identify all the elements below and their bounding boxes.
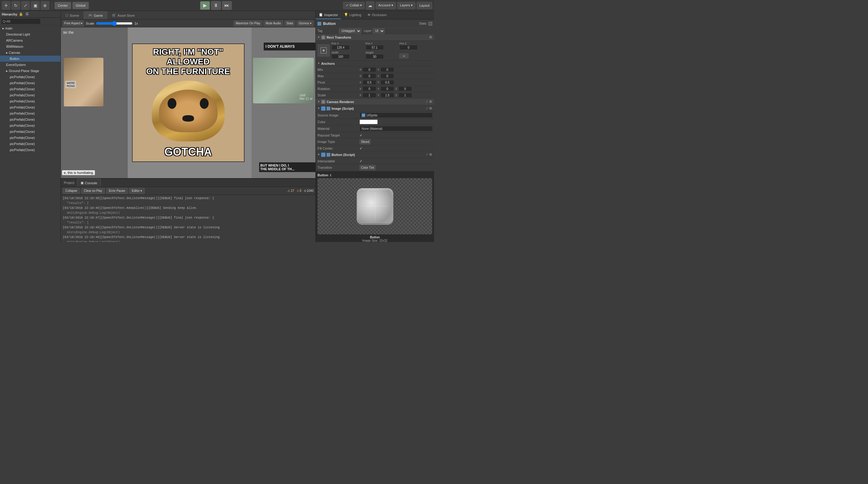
height-field[interactable] bbox=[366, 54, 384, 59]
canvas-renderer-expand[interactable]: ↗ bbox=[426, 100, 428, 103]
rot-y-field[interactable] bbox=[380, 86, 394, 91]
color-picker[interactable] bbox=[360, 120, 378, 124]
canvas-renderer-header[interactable]: ▼ ⊡ Canvas Renderer ↗ ⚙ bbox=[316, 98, 434, 105]
width-field[interactable] bbox=[332, 54, 350, 59]
fill-center-check[interactable]: ✓ bbox=[360, 146, 363, 151]
image-expand-icon[interactable]: ↗ bbox=[426, 107, 428, 110]
scale-y-field[interactable] bbox=[380, 93, 394, 98]
anchor-preset-btn[interactable] bbox=[317, 44, 330, 57]
move-tool-btn[interactable]: ✛ bbox=[2, 1, 10, 10]
layout-btn[interactable]: Layout bbox=[417, 2, 432, 9]
image-type-dropdown[interactable]: Sliced bbox=[360, 139, 371, 144]
scale-tool-btn[interactable]: ⤢ bbox=[21, 1, 30, 10]
hierarchy-item-ground-plane[interactable]: ▸ Ground Plane Stage bbox=[0, 68, 61, 74]
tab-project[interactable]: Project bbox=[61, 179, 77, 187]
pivot-y-field[interactable] bbox=[380, 80, 394, 85]
layers-btn[interactable]: Layers ▾ bbox=[397, 2, 415, 9]
account-btn[interactable]: Account ▾ bbox=[376, 2, 396, 9]
min-x-field[interactable] bbox=[363, 67, 376, 72]
scale-z-field[interactable] bbox=[398, 93, 412, 98]
cloud-btn[interactable]: ☁ bbox=[366, 1, 374, 10]
color-val[interactable] bbox=[358, 119, 434, 125]
hierarchy-menu-icon[interactable]: ☰ bbox=[25, 12, 30, 17]
hierarchy-item-main[interactable]: ▸ main bbox=[0, 25, 61, 31]
occlusion-tab[interactable]: 👁 Occlusion bbox=[364, 11, 390, 19]
hierarchy-item-ibmwatson[interactable]: IBMWatson bbox=[0, 43, 61, 50]
error-pause-btn[interactable]: Error Pause bbox=[106, 188, 128, 194]
scale-slider[interactable] bbox=[96, 21, 133, 26]
editor-btn[interactable]: Editor ▾ bbox=[129, 188, 145, 194]
min-y-field[interactable] bbox=[380, 67, 394, 72]
pos-y-field[interactable] bbox=[366, 45, 384, 50]
canvas-renderer-menu[interactable]: ⚙ bbox=[429, 100, 432, 104]
maximize-btn[interactable]: Maximize On Play bbox=[234, 20, 262, 27]
pause-btn[interactable]: ⏸ bbox=[211, 1, 221, 10]
scale-x-field[interactable] bbox=[363, 93, 376, 98]
hierarchy-item-pic11[interactable]: picPrefab(Clone) bbox=[0, 135, 61, 141]
hierarchy-item-pic4[interactable]: picPrefab(Clone) bbox=[0, 92, 61, 98]
hierarchy-item-pic9[interactable]: picPrefab(Clone) bbox=[0, 123, 61, 129]
collapse-btn[interactable]: Collapse bbox=[63, 188, 80, 194]
pivot-x-field[interactable] bbox=[363, 80, 376, 85]
lighting-tab[interactable]: 💡 Lighting bbox=[341, 11, 364, 19]
hierarchy-item-pic3[interactable]: picPrefab(Clone) bbox=[0, 86, 61, 92]
button-enabled-checkbox[interactable] bbox=[327, 153, 330, 157]
hierarchy-item-pic7[interactable]: picPrefab(Clone) bbox=[0, 110, 61, 117]
hierarchy-item-pic5[interactable]: picPrefab(Clone) bbox=[0, 98, 61, 104]
material-ref[interactable]: None (Material) bbox=[360, 126, 433, 131]
rect-transform-menu[interactable]: ⚙ bbox=[429, 35, 432, 39]
button-script-header[interactable]: ▼ Button (Script) ↗ ⚙ bbox=[316, 152, 434, 158]
play-btn[interactable]: ▶ bbox=[200, 1, 210, 10]
source-image-ref[interactable]: S UISprite bbox=[360, 112, 433, 118]
rotate-tool-btn[interactable]: ↻ bbox=[11, 1, 20, 10]
step-btn[interactable]: ⏭ bbox=[222, 1, 232, 10]
hierarchy-item-button[interactable]: Button bbox=[0, 56, 61, 62]
hierarchy-item-eventsystem[interactable]: EventSystem bbox=[0, 62, 61, 68]
inspector-tab[interactable]: 📋 Inspector bbox=[316, 11, 341, 19]
hierarchy-item-canvas[interactable]: ▸ Canvas bbox=[0, 50, 61, 56]
raycast-check[interactable]: ✓ bbox=[360, 133, 363, 137]
hierarchy-item-pic8[interactable]: picPrefab(Clone) bbox=[0, 117, 61, 123]
console-content[interactable]: [03/18/2018 22:10:30][SpeechToText.OnLis… bbox=[61, 195, 315, 242]
rect-tool-btn[interactable]: ▣ bbox=[31, 1, 39, 10]
collab-btn[interactable]: ✓ Collab ▾ bbox=[343, 2, 365, 9]
pos-x-field[interactable] bbox=[332, 45, 350, 50]
hierarchy-lock-icon[interactable]: 🔒 bbox=[19, 12, 23, 17]
hierarchy-item-pic13[interactable]: picPrefab(Clone) bbox=[0, 147, 61, 153]
transform-tool-btn[interactable]: ⊕ bbox=[41, 1, 49, 10]
rect-transform-header[interactable]: ▼ ⊡ Rect Transform ⚙ bbox=[316, 34, 434, 41]
hierarchy-item-pic2[interactable]: picPrefab(Clone) bbox=[0, 80, 61, 86]
static-checkbox[interactable] bbox=[429, 22, 432, 26]
image-menu-icon[interactable]: ⚙ bbox=[429, 106, 432, 110]
mute-btn[interactable]: Mute Audio bbox=[264, 20, 283, 27]
tab-game[interactable]: 🎮 Game bbox=[84, 11, 107, 19]
tab-asset-store[interactable]: 🛒 Asset Store bbox=[107, 11, 139, 19]
global-btn[interactable]: Global bbox=[72, 2, 89, 9]
gizmos-btn[interactable]: Gizmos ▾ bbox=[297, 20, 314, 27]
button-menu-icon[interactable]: ⚙ bbox=[429, 153, 432, 157]
hierarchy-item-arcamera[interactable]: ARCamera bbox=[0, 37, 61, 43]
interactable-check[interactable]: ✓ bbox=[360, 159, 363, 163]
tab-console[interactable]: ▣ Console bbox=[77, 179, 100, 187]
layer-select[interactable]: UI bbox=[373, 28, 385, 34]
aspect-dropdown[interactable]: Free Aspect ▾ bbox=[63, 20, 84, 27]
hierarchy-search-input[interactable] bbox=[1, 18, 41, 24]
stats-btn[interactable]: Stats bbox=[284, 20, 296, 27]
rot-x-field[interactable] bbox=[363, 86, 376, 91]
center-btn[interactable]: Center bbox=[55, 2, 71, 9]
stretch-btn[interactable]: ⇔ bbox=[399, 54, 408, 58]
max-x-field[interactable] bbox=[363, 73, 376, 78]
pos-z-field[interactable] bbox=[399, 45, 417, 50]
max-y-field[interactable] bbox=[380, 73, 394, 78]
image-script-header[interactable]: ▼ Image (Script) ↗ ⚙ bbox=[316, 105, 434, 112]
hierarchy-item-pic6[interactable]: picPrefab(Clone) bbox=[0, 104, 61, 110]
image-enabled-checkbox[interactable] bbox=[327, 107, 330, 110]
transition-dropdown[interactable]: Color Tint bbox=[360, 165, 376, 170]
tag-select[interactable]: Untagged bbox=[339, 28, 361, 34]
hierarchy-item-directional-light[interactable]: Directional Light bbox=[0, 31, 61, 37]
hierarchy-item-pic10[interactable]: picPrefab(Clone) bbox=[0, 129, 61, 135]
hierarchy-item-pic1[interactable]: picPrefab(Clone) bbox=[0, 74, 61, 80]
clear-on-play-btn[interactable]: Clear on Play bbox=[81, 188, 105, 194]
rot-z-field[interactable] bbox=[398, 86, 412, 91]
tab-scene[interactable]: ⬡ Scene bbox=[61, 11, 84, 19]
